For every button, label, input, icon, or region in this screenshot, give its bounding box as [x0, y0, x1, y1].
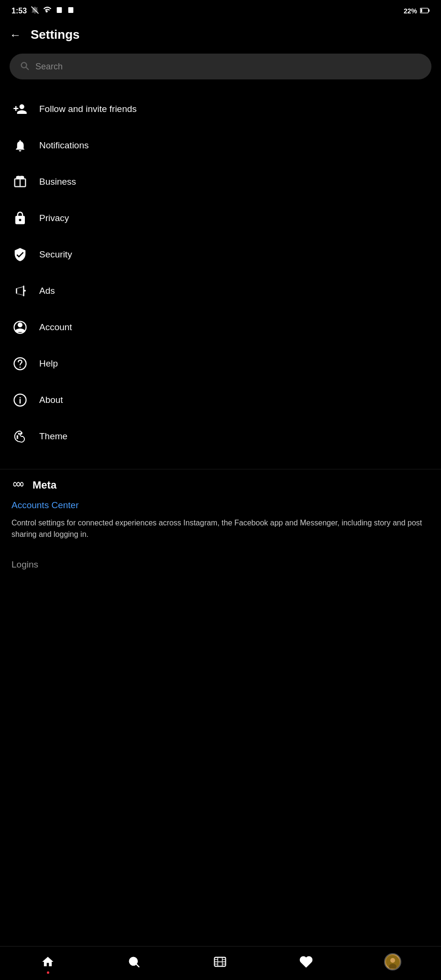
meta-logo: Meta	[11, 479, 430, 491]
theme-icon	[11, 428, 29, 445]
menu-item-account[interactable]: Account	[0, 309, 441, 345]
meta-logo-text: Meta	[33, 479, 56, 491]
menu-item-privacy[interactable]: Privacy	[0, 200, 441, 236]
meta-section: Meta Accounts Center Control settings fo…	[0, 469, 441, 582]
svg-point-18	[130, 958, 137, 965]
help-icon	[11, 355, 29, 372]
about-icon	[11, 391, 29, 409]
svg-rect-4	[429, 9, 430, 11]
menu-label-notifications: Notifications	[39, 140, 89, 151]
menu-item-help[interactable]: Help	[0, 345, 441, 382]
nav-search-icon	[126, 954, 142, 970]
menu-item-security[interactable]: Security	[0, 236, 441, 273]
search-bar[interactable]: Search	[10, 54, 431, 79]
heart-icon	[298, 954, 314, 970]
svg-rect-2	[68, 7, 74, 13]
status-bar: 1:53 22%	[0, 0, 441, 20]
svg-point-10	[20, 367, 21, 368]
business-icon	[11, 173, 29, 190]
page-header: ← Settings	[0, 20, 441, 54]
page-title: Settings	[31, 27, 80, 42]
menu-item-notifications[interactable]: Notifications	[0, 127, 441, 164]
accounts-center-link[interactable]: Accounts Center	[11, 500, 430, 511]
menu-label-business: Business	[39, 177, 76, 187]
menu-label-security: Security	[39, 249, 72, 260]
ads-icon	[11, 282, 29, 300]
notification-icon	[31, 6, 39, 16]
meta-description: Control settings for connected experienc…	[11, 517, 430, 540]
status-time: 1:53	[11, 7, 27, 15]
settings-menu: Follow and invite friends Notifications …	[0, 91, 441, 464]
menu-item-follow[interactable]: Follow and invite friends	[0, 91, 441, 127]
home-active-dot	[47, 971, 49, 974]
bell-icon	[11, 137, 29, 154]
shield-icon	[11, 246, 29, 263]
nav-home[interactable]	[40, 954, 56, 970]
menu-label-help: Help	[39, 358, 58, 369]
svg-line-19	[136, 964, 139, 967]
meta-logo-icon	[11, 479, 29, 491]
nav-likes[interactable]	[298, 954, 314, 970]
wifi-icon	[43, 6, 52, 16]
battery-percent: 22%	[404, 7, 417, 15]
menu-label-about: About	[39, 395, 63, 405]
svg-rect-5	[420, 9, 422, 12]
svg-point-7	[24, 290, 26, 292]
menu-item-theme[interactable]: Theme	[0, 418, 441, 455]
avatar	[384, 953, 401, 970]
menu-label-ads: Ads	[39, 286, 55, 296]
follow-icon	[11, 100, 29, 118]
svg-point-14	[17, 435, 19, 437]
svg-point-13	[20, 397, 21, 399]
sim2-icon	[67, 6, 75, 15]
menu-item-business[interactable]: Business	[0, 164, 441, 200]
svg-point-22	[390, 958, 395, 963]
search-icon	[19, 60, 30, 73]
menu-label-follow: Follow and invite friends	[39, 104, 137, 114]
reels-icon	[212, 954, 228, 970]
battery-icon	[420, 7, 430, 15]
sim-icon	[55, 6, 63, 15]
logins-label: Logins	[11, 555, 430, 575]
svg-point-17	[17, 437, 19, 439]
lock-icon	[11, 210, 29, 227]
menu-label-privacy: Privacy	[39, 213, 69, 223]
search-container: Search	[0, 54, 441, 91]
search-placeholder: Search	[35, 62, 63, 72]
nav-profile[interactable]	[384, 953, 401, 970]
account-icon	[11, 319, 29, 336]
nav-search[interactable]	[126, 954, 142, 970]
bottom-nav	[0, 946, 441, 980]
menu-label-account: Account	[39, 322, 72, 333]
nav-reels[interactable]	[212, 954, 228, 970]
svg-point-15	[18, 433, 20, 435]
menu-label-theme: Theme	[39, 431, 67, 442]
home-icon	[40, 954, 56, 970]
menu-item-ads[interactable]: Ads	[0, 273, 441, 309]
back-button[interactable]: ←	[10, 28, 21, 42]
svg-point-16	[21, 433, 22, 435]
svg-rect-1	[57, 7, 62, 13]
menu-item-about[interactable]: About	[0, 382, 441, 418]
